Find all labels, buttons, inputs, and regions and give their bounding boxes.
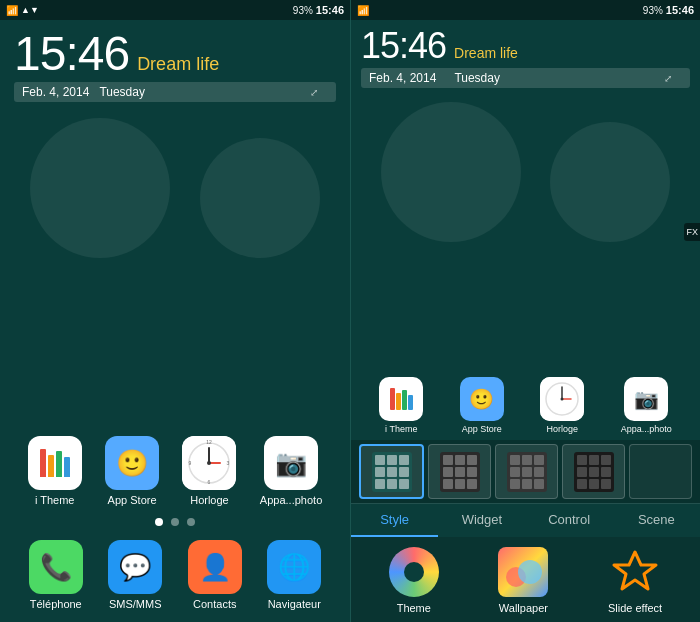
left-dock-apps: i Theme 🙂 App Store 12 3 6 9: [0, 428, 350, 514]
thumbnail-3[interactable]: [495, 444, 558, 499]
mini-itheme-img: [379, 377, 423, 421]
tab-style[interactable]: Style: [351, 504, 438, 537]
sms-label: SMS/MMS: [109, 598, 162, 610]
mini-appstore-label: App Store: [462, 424, 502, 434]
camera-label: Appa...photo: [260, 494, 322, 506]
svg-text:6: 6: [208, 479, 211, 485]
wifi-icon: ▲▼: [21, 5, 39, 15]
mini-itheme-label: i Theme: [385, 424, 417, 434]
thumbnail-5[interactable]: [629, 444, 692, 499]
pencil-green: [56, 451, 62, 477]
app-horloge[interactable]: 12 3 6 9 Horloge: [182, 436, 236, 506]
svg-point-13: [561, 398, 564, 401]
contacts-icon-symbol: 👤: [199, 552, 231, 583]
sms-icon-img: 💬: [108, 540, 162, 594]
mini-horloge-label: Horloge: [546, 424, 578, 434]
app-phone[interactable]: 📞 Téléphone: [29, 540, 83, 610]
battery-percent-left: 93%: [293, 5, 313, 16]
svg-marker-17: [614, 552, 656, 589]
nav-icon-symbol: 🌐: [278, 552, 310, 583]
svg-point-16: [518, 560, 542, 584]
mini-camera-label: Appa...photo: [621, 424, 672, 434]
theme-option-label: Theme: [397, 602, 431, 614]
left-date: Feb. 4, 2014: [22, 85, 89, 99]
option-slideeffect[interactable]: Slide effect: [608, 547, 662, 614]
sms-icon-symbol: 💬: [119, 552, 151, 583]
phone-icon-img: 📞: [29, 540, 83, 594]
svg-text:12: 12: [207, 439, 213, 445]
svg-text:3: 3: [227, 460, 230, 466]
right-clock-label: Dream life: [454, 45, 518, 61]
circle-decoration-left: [30, 118, 170, 258]
wallpaper-svg: [498, 547, 548, 597]
itheme-label: i Theme: [35, 494, 75, 506]
right-signal-icon: 📶: [357, 5, 369, 16]
thumbnail-4[interactable]: [562, 444, 625, 499]
dot-2[interactable]: [171, 518, 179, 526]
fx-badge: FX: [684, 223, 700, 241]
horloge-icon-img: 12 3 6 9: [182, 436, 236, 490]
clock-svg: 12 3 6 9: [182, 436, 236, 490]
right-bottom-options: Theme Wallpaper: [351, 537, 700, 622]
mini-app-horloge[interactable]: Horloge: [540, 377, 584, 434]
contacts-label: Contacts: [193, 598, 236, 610]
app-itheme[interactable]: i Theme: [28, 436, 82, 506]
left-panel: 📶 ▲▼ 93% 15:46 15:46 Dream life Feb. 4, …: [0, 0, 350, 622]
pencil-red: [40, 449, 46, 477]
left-clock-label: Dream life: [137, 54, 219, 75]
palette-icon: [389, 547, 439, 597]
circle-decoration-right: [200, 138, 320, 258]
app-camera[interactable]: 📷 Appa...photo: [260, 436, 322, 506]
option-wallpaper[interactable]: Wallpaper: [498, 547, 548, 614]
left-status-right: 93% 15:46: [293, 4, 344, 16]
battery-percent-right: 93%: [643, 5, 663, 16]
left-clock-widget: 15:46 Dream life Feb. 4, 2014 Tuesday ⤢: [0, 20, 350, 108]
nav-icon-img: 🌐: [267, 540, 321, 594]
tab-widget[interactable]: Widget: [438, 504, 525, 537]
phone-label: Téléphone: [30, 598, 82, 610]
mini-app-itheme[interactable]: i Theme: [379, 377, 423, 434]
dot-3[interactable]: [187, 518, 195, 526]
pencils-decoration: [32, 441, 78, 485]
tab-scene[interactable]: Scene: [613, 504, 700, 537]
camera-icon-symbol: 📷: [275, 448, 307, 479]
left-status-icons: 📶 ▲▼: [6, 5, 39, 16]
right-mini-apps: i Theme 🙂 App Store Horloge 📷 App: [351, 371, 700, 440]
itheme-icon-img: [28, 436, 82, 490]
star-icon-container: [610, 547, 660, 597]
right-date: Feb. 4, 2014: [369, 71, 436, 85]
phone-icon-symbol: 📞: [40, 552, 72, 583]
pencil-blue: [64, 457, 70, 477]
expand-icon[interactable]: ⤢: [310, 87, 318, 98]
right-date-bar: Feb. 4, 2014 Tuesday ⤢: [361, 68, 690, 88]
app-appstore[interactable]: 🙂 App Store: [105, 436, 159, 506]
left-day: Tuesday: [99, 85, 145, 99]
tab-control[interactable]: Control: [526, 504, 613, 537]
thumbnail-1[interactable]: [359, 444, 424, 499]
pencil-orange: [48, 455, 54, 477]
mini-clock-svg: [540, 377, 584, 421]
right-expand-icon[interactable]: ⤢: [664, 73, 672, 84]
right-tab-bar: Style Widget Control Scene: [351, 503, 700, 537]
right-status-icons: 📶: [357, 5, 369, 16]
option-theme[interactable]: Theme: [389, 547, 439, 614]
clock-status-right: 15:46: [666, 4, 694, 16]
mini-app-camera[interactable]: 📷 Appa...photo: [621, 377, 672, 434]
app-contacts[interactable]: 👤 Contacts: [188, 540, 242, 610]
camera-icon-img: 📷: [264, 436, 318, 490]
thumbnail-2[interactable]: [428, 444, 491, 499]
app-nav[interactable]: 🌐 Navigateur: [267, 540, 321, 610]
signal-icon: 📶: [6, 5, 18, 16]
app-sms[interactable]: 💬 SMS/MMS: [108, 540, 162, 610]
nav-label: Navigateur: [268, 598, 321, 610]
right-day: Tuesday: [454, 71, 500, 85]
left-date-bar: Feb. 4, 2014 Tuesday ⤢: [14, 82, 336, 102]
appstore-icon-symbol: 🙂: [116, 448, 148, 479]
mini-app-appstore[interactable]: 🙂 App Store: [460, 377, 504, 434]
right-circle-right: [550, 122, 670, 242]
dot-1[interactable]: [155, 518, 163, 526]
right-clock-widget: 15:46 Dream life Feb. 4, 2014 Tuesday ⤢: [351, 20, 700, 92]
mini-camera-img: 📷: [624, 377, 668, 421]
right-circles-area: FX: [351, 92, 700, 371]
thumbnails-row: [351, 440, 700, 503]
